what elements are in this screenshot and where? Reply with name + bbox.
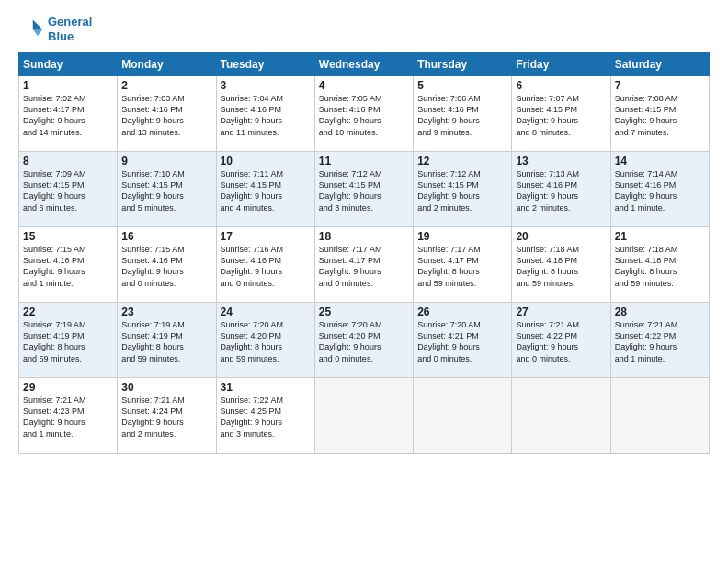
cell-info: Sunrise: 7:20 AMSunset: 4:20 PMDaylight:… xyxy=(221,319,311,364)
cell-info: Sunrise: 7:20 AMSunset: 4:20 PMDaylight:… xyxy=(319,319,409,364)
cell-info: Sunrise: 7:16 AMSunset: 4:16 PMDaylight:… xyxy=(221,244,311,289)
week-row-2: 8Sunrise: 7:09 AMSunset: 4:15 PMDaylight… xyxy=(19,152,710,227)
cell-info: Sunrise: 7:13 AMSunset: 4:16 PMDaylight:… xyxy=(516,168,606,213)
day-number: 9 xyxy=(121,155,211,167)
day-number: 15 xyxy=(23,230,113,243)
calendar-cell: 22Sunrise: 7:19 AMSunset: 4:19 PMDayligh… xyxy=(19,303,118,378)
day-number: 12 xyxy=(417,155,507,167)
cell-info: Sunrise: 7:12 AMSunset: 4:15 PMDaylight:… xyxy=(319,168,409,213)
cell-info: Sunrise: 7:20 AMSunset: 4:21 PMDaylight:… xyxy=(417,319,507,364)
day-number: 8 xyxy=(23,155,113,167)
calendar-cell xyxy=(314,378,413,454)
svg-marker-1 xyxy=(33,29,43,36)
day-number: 27 xyxy=(516,305,606,318)
day-number: 26 xyxy=(417,305,507,318)
cell-info: Sunrise: 7:18 AMSunset: 4:18 PMDaylight:… xyxy=(615,244,705,289)
calendar-cell: 9Sunrise: 7:10 AMSunset: 4:15 PMDaylight… xyxy=(118,152,216,227)
day-number: 18 xyxy=(319,230,409,243)
cell-info: Sunrise: 7:09 AMSunset: 4:15 PMDaylight:… xyxy=(23,168,113,213)
day-number: 17 xyxy=(221,230,311,243)
day-number: 14 xyxy=(615,155,705,167)
cell-info: Sunrise: 7:14 AMSunset: 4:16 PMDaylight:… xyxy=(615,168,705,213)
col-header-monday: Monday xyxy=(118,53,216,76)
cell-info: Sunrise: 7:17 AMSunset: 4:17 PMDaylight:… xyxy=(319,244,409,289)
day-number: 10 xyxy=(221,155,311,167)
calendar-cell: 23Sunrise: 7:19 AMSunset: 4:19 PMDayligh… xyxy=(118,303,216,378)
calendar-cell: 13Sunrise: 7:13 AMSunset: 4:16 PMDayligh… xyxy=(512,152,610,227)
calendar-cell: 24Sunrise: 7:20 AMSunset: 4:20 PMDayligh… xyxy=(216,303,314,378)
calendar-cell: 8Sunrise: 7:09 AMSunset: 4:15 PMDaylight… xyxy=(19,152,118,227)
calendar-cell: 25Sunrise: 7:20 AMSunset: 4:20 PMDayligh… xyxy=(314,303,413,378)
cell-info: Sunrise: 7:04 AMSunset: 4:16 PMDaylight:… xyxy=(221,93,311,138)
calendar-cell: 7Sunrise: 7:08 AMSunset: 4:15 PMDaylight… xyxy=(610,76,709,152)
calendar-cell: 26Sunrise: 7:20 AMSunset: 4:21 PMDayligh… xyxy=(414,303,512,378)
day-number: 6 xyxy=(516,79,606,92)
calendar-cell: 1Sunrise: 7:02 AMSunset: 4:17 PMDaylight… xyxy=(19,76,118,152)
cell-info: Sunrise: 7:07 AMSunset: 4:15 PMDaylight:… xyxy=(516,93,606,138)
cell-info: Sunrise: 7:19 AMSunset: 4:19 PMDaylight:… xyxy=(23,319,113,364)
day-number: 3 xyxy=(221,79,311,92)
cell-info: Sunrise: 7:03 AMSunset: 4:16 PMDaylight:… xyxy=(121,93,211,138)
day-number: 5 xyxy=(417,79,507,92)
day-number: 25 xyxy=(319,305,409,318)
calendar-cell: 29Sunrise: 7:21 AMSunset: 4:23 PMDayligh… xyxy=(19,378,118,454)
col-header-wednesday: Wednesday xyxy=(314,53,413,76)
day-number: 21 xyxy=(615,230,705,243)
day-number: 31 xyxy=(221,381,311,394)
calendar-cell: 17Sunrise: 7:16 AMSunset: 4:16 PMDayligh… xyxy=(216,227,314,303)
calendar-cell: 21Sunrise: 7:18 AMSunset: 4:18 PMDayligh… xyxy=(610,227,709,303)
calendar-cell: 2Sunrise: 7:03 AMSunset: 4:16 PMDaylight… xyxy=(118,76,216,152)
col-header-tuesday: Tuesday xyxy=(216,53,314,76)
day-number: 2 xyxy=(121,79,211,92)
calendar-cell: 16Sunrise: 7:15 AMSunset: 4:16 PMDayligh… xyxy=(118,227,216,303)
day-number: 1 xyxy=(23,79,113,92)
calendar-cell: 6Sunrise: 7:07 AMSunset: 4:15 PMDaylight… xyxy=(512,76,610,152)
calendar-cell: 30Sunrise: 7:21 AMSunset: 4:24 PMDayligh… xyxy=(118,378,216,454)
col-header-thursday: Thursday xyxy=(414,53,512,76)
col-header-saturday: Saturday xyxy=(610,53,709,76)
day-number: 20 xyxy=(516,230,606,243)
week-row-4: 22Sunrise: 7:19 AMSunset: 4:19 PMDayligh… xyxy=(19,303,710,378)
cell-info: Sunrise: 7:21 AMSunset: 4:23 PMDaylight:… xyxy=(23,395,113,440)
cell-info: Sunrise: 7:19 AMSunset: 4:19 PMDaylight:… xyxy=(121,319,211,364)
cell-info: Sunrise: 7:15 AMSunset: 4:16 PMDaylight:… xyxy=(23,244,113,289)
cell-info: Sunrise: 7:21 AMSunset: 4:22 PMDaylight:… xyxy=(615,319,705,364)
calendar: SundayMondayTuesdayWednesdayThursdayFrid… xyxy=(18,52,710,454)
col-header-sunday: Sunday xyxy=(19,53,118,76)
col-header-friday: Friday xyxy=(512,53,610,76)
calendar-cell: 19Sunrise: 7:17 AMSunset: 4:17 PMDayligh… xyxy=(414,227,512,303)
day-number: 16 xyxy=(121,230,211,243)
day-number: 19 xyxy=(417,230,507,243)
calendar-cell: 18Sunrise: 7:17 AMSunset: 4:17 PMDayligh… xyxy=(314,227,413,303)
calendar-cell: 14Sunrise: 7:14 AMSunset: 4:16 PMDayligh… xyxy=(610,152,709,227)
calendar-cell: 12Sunrise: 7:12 AMSunset: 4:15 PMDayligh… xyxy=(414,152,512,227)
logo: General Blue xyxy=(18,15,92,43)
cell-info: Sunrise: 7:06 AMSunset: 4:16 PMDaylight:… xyxy=(417,93,507,138)
cell-info: Sunrise: 7:11 AMSunset: 4:15 PMDaylight:… xyxy=(221,168,311,213)
cell-info: Sunrise: 7:17 AMSunset: 4:17 PMDaylight:… xyxy=(417,244,507,289)
calendar-cell: 15Sunrise: 7:15 AMSunset: 4:16 PMDayligh… xyxy=(19,227,118,303)
calendar-cell xyxy=(610,378,709,454)
logo-text: General Blue xyxy=(48,15,92,43)
cell-info: Sunrise: 7:15 AMSunset: 4:16 PMDaylight:… xyxy=(121,244,211,289)
day-number: 4 xyxy=(319,79,409,92)
logo-icon xyxy=(18,17,44,42)
calendar-cell: 31Sunrise: 7:22 AMSunset: 4:25 PMDayligh… xyxy=(216,378,314,454)
cell-info: Sunrise: 7:10 AMSunset: 4:15 PMDaylight:… xyxy=(121,168,211,213)
day-number: 22 xyxy=(23,305,113,318)
calendar-cell: 27Sunrise: 7:21 AMSunset: 4:22 PMDayligh… xyxy=(512,303,610,378)
day-number: 29 xyxy=(23,381,113,394)
calendar-cell: 10Sunrise: 7:11 AMSunset: 4:15 PMDayligh… xyxy=(216,152,314,227)
day-number: 24 xyxy=(221,305,311,318)
cell-info: Sunrise: 7:18 AMSunset: 4:18 PMDaylight:… xyxy=(516,244,606,289)
cell-info: Sunrise: 7:21 AMSunset: 4:24 PMDaylight:… xyxy=(121,395,211,440)
calendar-cell: 11Sunrise: 7:12 AMSunset: 4:15 PMDayligh… xyxy=(314,152,413,227)
cell-info: Sunrise: 7:02 AMSunset: 4:17 PMDaylight:… xyxy=(23,93,113,138)
calendar-cell: 5Sunrise: 7:06 AMSunset: 4:16 PMDaylight… xyxy=(414,76,512,152)
week-row-3: 15Sunrise: 7:15 AMSunset: 4:16 PMDayligh… xyxy=(19,227,710,303)
day-number: 11 xyxy=(319,155,409,167)
calendar-cell xyxy=(414,378,512,454)
cell-info: Sunrise: 7:22 AMSunset: 4:25 PMDaylight:… xyxy=(221,395,311,440)
calendar-cell: 3Sunrise: 7:04 AMSunset: 4:16 PMDaylight… xyxy=(216,76,314,152)
calendar-cell xyxy=(512,378,610,454)
